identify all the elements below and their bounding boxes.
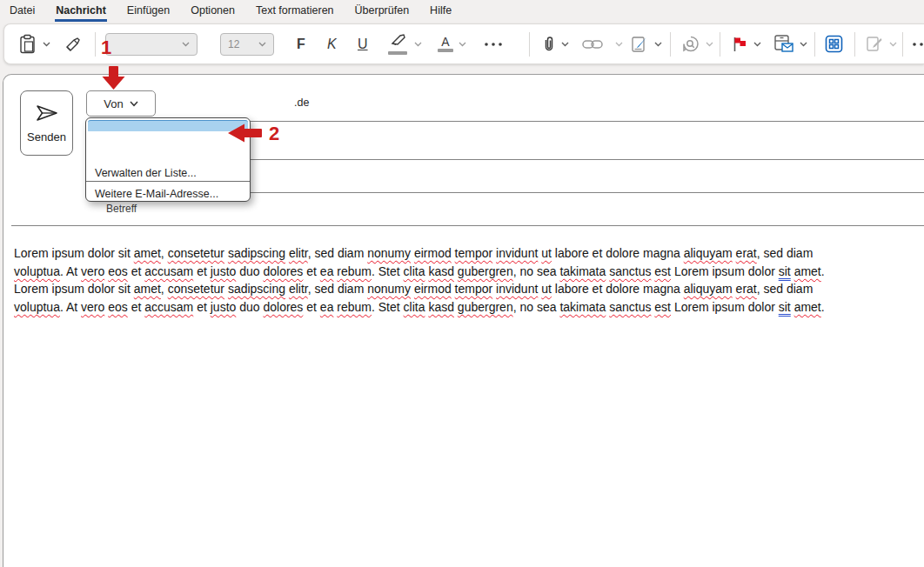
menu-tab-text-formatieren[interactable]: Text formatieren [255, 1, 335, 22]
misspelled-word: takimata [559, 300, 606, 314]
font-name-select[interactable] [105, 24, 198, 63]
menu-tab--berpr-fen[interactable]: Überprüfen [354, 1, 411, 22]
misspelled-word: accusam [144, 300, 193, 314]
chevron-down-icon [654, 42, 662, 47]
follow-up-flag-button[interactable] [732, 24, 761, 63]
menu-tab-einf-gen[interactable]: Einfügen [126, 1, 171, 22]
send-button[interactable]: Senden [20, 90, 73, 156]
font-size-value: 12 [228, 38, 239, 50]
misspelled-word: nonumy [367, 282, 411, 296]
misspelled-word: clita [404, 300, 425, 314]
more-formatting-button[interactable] [484, 24, 503, 63]
misspelled-word: tempor [455, 282, 493, 296]
misspelled-word: dolores [263, 300, 303, 314]
step-1-number: 1 [101, 37, 111, 59]
body-text: Lorem ipsum dolor sit [14, 282, 134, 296]
misspelled-word: dolores [263, 264, 303, 278]
message-body-editor[interactable]: Lorem ipsum dolor sit amet, consetetur s… [14, 244, 919, 316]
document-pen-icon [865, 35, 884, 54]
toolbar-divider [720, 32, 720, 57]
menu-tab-hilfe[interactable]: Hilfe [429, 1, 452, 22]
misspelled-word: amet [134, 246, 161, 260]
body-text: Lorem ipsum dolor [671, 264, 779, 278]
dropdown-item-manage-list[interactable]: Verwalten der Liste... [86, 163, 250, 182]
body-text: , [161, 282, 168, 296]
overflow-more-icon [912, 42, 924, 47]
format-painter-icon [64, 35, 83, 54]
dropdown-separator [86, 181, 250, 182]
format-painter-button[interactable] [64, 24, 83, 63]
body-text: . Stet [372, 300, 404, 314]
underline-label: U [358, 37, 368, 52]
chevron-down-icon [889, 42, 897, 47]
misspelled-word: rebum [337, 264, 372, 278]
chevron-down-icon [753, 42, 761, 47]
body-text-line: voluptua. At vero eos et accusam et just… [14, 298, 919, 317]
loop-component-button[interactable] [681, 24, 713, 63]
apps-button[interactable] [825, 24, 843, 63]
font-size-select[interactable]: 12 [220, 24, 274, 63]
toolbar-divider [854, 32, 855, 57]
body-text: . [821, 300, 825, 314]
dropdown-item-other-address[interactable]: Weitere E-Mail-Adresse... [86, 184, 250, 203]
bold-button[interactable]: F [297, 24, 305, 63]
font-color-button[interactable]: A [438, 24, 466, 63]
chevron-down-icon [800, 42, 807, 47]
from-button[interactable]: Von [86, 90, 156, 117]
font-color-icon: A [438, 37, 453, 52]
body-text: , sed diam [757, 246, 814, 260]
misspelled-word: rebum [337, 300, 372, 314]
menu-tab-optionen[interactable]: Optionen [190, 1, 236, 22]
misspelled-word: voluptua [14, 264, 60, 278]
misspelled-word: aliquyam [684, 246, 733, 260]
italic-button[interactable]: K [327, 24, 337, 63]
toolbar-divider [902, 32, 903, 57]
body-text: et [193, 300, 210, 314]
body-text: , [161, 246, 168, 260]
body-text: , no sea [513, 264, 560, 278]
signature-button[interactable] [630, 24, 662, 63]
compose-message-panel: Senden Von .de Betreff Verwalten der Lis… [3, 74, 924, 567]
document-pen-button[interactable] [865, 24, 897, 63]
dropdown-selected-address[interactable] [88, 120, 248, 131]
misspelled-word: sanctus [609, 300, 651, 314]
bold-label: F [297, 37, 305, 52]
misspelled-word: est [654, 264, 671, 278]
misspelled-word: sanctus [609, 264, 651, 278]
insert-link-button[interactable] [582, 24, 623, 63]
body-text: et [128, 300, 144, 314]
grammar-flagged-word: sit [779, 264, 791, 278]
menu-tab-datei[interactable]: Datei [9, 1, 36, 22]
body-text-line: Lorem ipsum dolor sit amet, consetetur s… [14, 280, 919, 298]
from-address-suffix: .de [294, 97, 309, 109]
underline-button[interactable]: U [358, 24, 368, 63]
body-text: duo [236, 300, 263, 314]
misspelled-word: kasd [428, 300, 454, 314]
body-text: et [303, 264, 319, 278]
chevron-down-icon [258, 42, 266, 47]
save-sent-item-button[interactable] [773, 24, 807, 63]
chevron-down-icon [615, 42, 623, 47]
menu-tab-nachricht[interactable]: Nachricht [55, 1, 107, 22]
loop-search-icon [681, 35, 700, 54]
misspelled-word: sadipscing [228, 246, 285, 260]
send-plane-icon [35, 103, 59, 123]
ribbon-overflow-button[interactable] [912, 24, 924, 63]
body-text: , no sea [513, 300, 560, 314]
misspelled-word: invidunt [496, 246, 538, 260]
misspelled-word: clita [404, 264, 425, 278]
body-text: . At [60, 264, 81, 278]
body-text: et [303, 300, 319, 314]
misspelled-word: ut [541, 246, 552, 260]
misspelled-word: justo [211, 300, 237, 314]
toolbar-divider [670, 32, 671, 57]
attach-file-button[interactable] [542, 24, 569, 63]
paste-button[interactable] [18, 24, 50, 63]
more-options-icon [484, 42, 503, 47]
step-1-arrow-down-icon [102, 66, 125, 90]
chevron-down-icon [414, 42, 422, 47]
subject-field-divider [11, 225, 924, 226]
paperclip-icon [542, 35, 556, 54]
text-highlight-button[interactable] [388, 24, 422, 63]
misspelled-word: takimata [559, 264, 606, 278]
